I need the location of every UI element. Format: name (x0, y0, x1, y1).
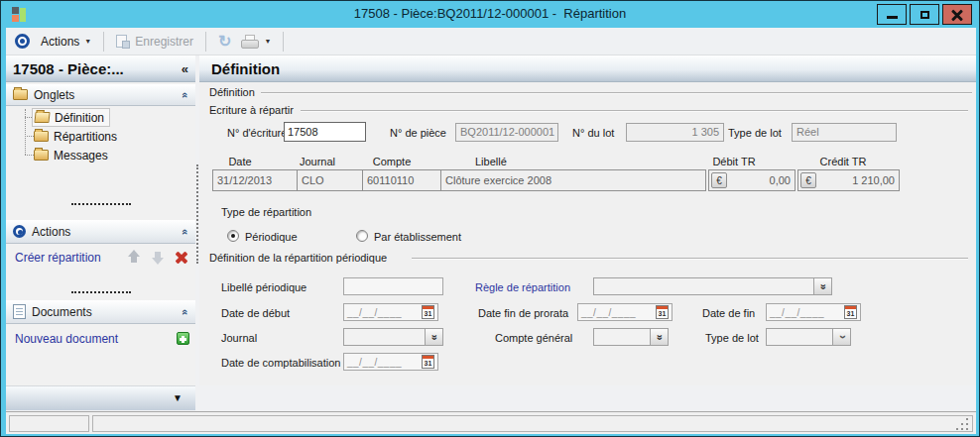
date-debut-input[interactable]: __/__/____ 31 (343, 303, 438, 321)
grid-header-compte: Compte (369, 156, 415, 167)
libelle-periodique-label: Libellé périodique (221, 281, 306, 293)
chevron-double-down-icon: « (654, 334, 665, 340)
group-line (261, 92, 972, 93)
date-comptabilisation-input[interactable]: __/__/____ 31 (343, 353, 438, 371)
page-title-bar: Définition (199, 55, 976, 82)
radio-par-etablissement-label[interactable]: Par établissement (374, 231, 461, 243)
type-lot-label: Type de lot (728, 127, 782, 139)
new-document-link[interactable]: Nouveau document (15, 332, 118, 346)
move-up-icon[interactable] (127, 250, 142, 265)
group-ecriture-label: Ecriture à répartir (209, 104, 294, 116)
dropdown-button[interactable]: « (650, 329, 668, 345)
onglets-group-header[interactable]: Onglets « (6, 84, 195, 106)
add-document-icon[interactable] (177, 332, 189, 345)
num-ecriture-label: N° d'écriture (227, 127, 287, 139)
libelle-periodique-input[interactable] (343, 277, 443, 295)
scroll-down-button[interactable]: ▼ (173, 392, 183, 403)
radio-par-etablissement[interactable] (356, 230, 368, 242)
journal-combo[interactable]: « (343, 328, 443, 346)
radio-periodique[interactable] (227, 230, 239, 242)
save-button[interactable]: Enregistrer (111, 32, 198, 52)
type-lot-combo[interactable]: ‹ (766, 328, 851, 346)
minimize-button[interactable] (877, 4, 907, 25)
calendar-icon[interactable]: 31 (844, 305, 857, 319)
compte-general-combo[interactable]: « (593, 328, 669, 346)
type-lot-form-label: Type de lot (705, 332, 759, 344)
move-down-icon[interactable] (151, 250, 166, 265)
sidebar-item-repartitions[interactable]: Répartitions (32, 127, 122, 146)
date-placeholder: __/__/____ (770, 307, 844, 318)
actions-bullseye-icon (13, 225, 26, 238)
regle-repartition-link[interactable]: Règle de répartition (475, 281, 570, 293)
date-placeholder: __/__/____ (347, 357, 422, 368)
dropdown-button[interactable]: « (425, 329, 442, 345)
sidebar-collapse-icon[interactable]: « (182, 61, 188, 76)
date-fin-input[interactable]: __/__/____ 31 (766, 303, 861, 321)
window-title: 17508 - Pièce:BQ2011/12-000001 - Réparti… (1, 6, 979, 21)
print-dropdown-icon[interactable]: ▼ (264, 38, 271, 45)
calendar-icon[interactable]: 31 (422, 305, 434, 319)
close-button[interactable] (942, 4, 972, 25)
dropdown-button[interactable]: ‹ (832, 329, 850, 345)
actions-group-header[interactable]: Actions « (6, 220, 195, 244)
euro-button[interactable]: € (711, 172, 727, 188)
chevron-down-icon: ‹ (836, 335, 848, 339)
date-fin-label: Date de fin (702, 307, 755, 319)
resize-grip[interactable] (966, 418, 968, 420)
tree-item-label: Messages (54, 149, 108, 163)
status-bar (6, 411, 976, 434)
status-panel-right (92, 415, 973, 432)
dropdown-button[interactable]: « (813, 278, 831, 294)
date-fin-prorata-input[interactable]: __/__/____ 31 (577, 303, 673, 321)
onglets-group-title: Onglets (34, 88, 183, 102)
euro-button[interactable]: € (800, 172, 816, 188)
window-controls (877, 4, 972, 25)
main-panel: Définition Définition Ecriture à réparti… (199, 55, 976, 385)
tree-guide-line (25, 109, 26, 155)
calendar-icon[interactable]: 31 (422, 355, 434, 369)
num-lot-label: N° du lot (572, 127, 614, 139)
grid-cell-date: 31/12/2013 (212, 169, 298, 191)
grid-cell-libelle: Clôture exercice 2008 (440, 169, 706, 191)
num-lot-field: 1 305 (626, 123, 724, 142)
section-splitter[interactable] (71, 291, 131, 293)
collapse-group-icon[interactable]: « (180, 228, 191, 234)
actions-menu-button[interactable]: Actions ▼ (36, 32, 96, 52)
section-splitter[interactable] (71, 203, 131, 205)
credit-value: 1 210,00 (816, 174, 895, 186)
collapse-group-icon[interactable]: « (180, 308, 191, 314)
grid-cell-debit: € 0,00 (708, 169, 796, 191)
actions-menu-label: Actions (41, 35, 79, 49)
chevron-down-icon: ▼ (84, 38, 91, 45)
delete-icon[interactable] (175, 251, 188, 265)
grid-header-journal: Journal (295, 156, 340, 167)
date-debut-label: Date de début (221, 307, 290, 319)
create-repartition-link[interactable]: Créer répartition (15, 251, 101, 265)
date-fin-prorata-label: Date fin de prorata (478, 307, 568, 319)
maximize-button[interactable] (910, 4, 939, 25)
num-piece-field: BQ2011/12-000001 (455, 123, 558, 142)
sidebar-item-messages[interactable]: Messages (32, 146, 113, 164)
num-ecriture-input[interactable] (284, 122, 366, 142)
sidebar: 17508 - Pièce:... « Onglets « Définition… (6, 55, 195, 385)
radio-periodique-label[interactable]: Périodique (245, 231, 298, 243)
regle-repartition-combo[interactable]: « (593, 277, 832, 295)
print-button[interactable]: ▼ (236, 32, 276, 52)
folder-icon (34, 131, 49, 142)
refresh-button[interactable]: ↻ (213, 31, 236, 53)
open-folder-icon (34, 112, 50, 123)
sidebar-item-definition[interactable]: Définition (32, 108, 110, 127)
chevron-double-down-icon: « (429, 334, 439, 340)
grid-header-debit: Débit TR (707, 156, 761, 167)
minimize-icon (887, 16, 898, 19)
sidebar-header: 17508 - Pièce:... « (6, 55, 195, 82)
printer-icon (241, 35, 259, 49)
save-icon (116, 35, 130, 49)
status-panel-left (9, 415, 89, 432)
grid-header-credit: Crédit TR (816, 156, 870, 167)
collapse-group-icon[interactable]: « (180, 91, 191, 97)
calendar-icon[interactable]: 31 (656, 305, 669, 319)
type-lot-field: Réel (792, 123, 897, 142)
group-line (301, 110, 968, 111)
documents-group-header[interactable]: Documents « (6, 300, 195, 324)
